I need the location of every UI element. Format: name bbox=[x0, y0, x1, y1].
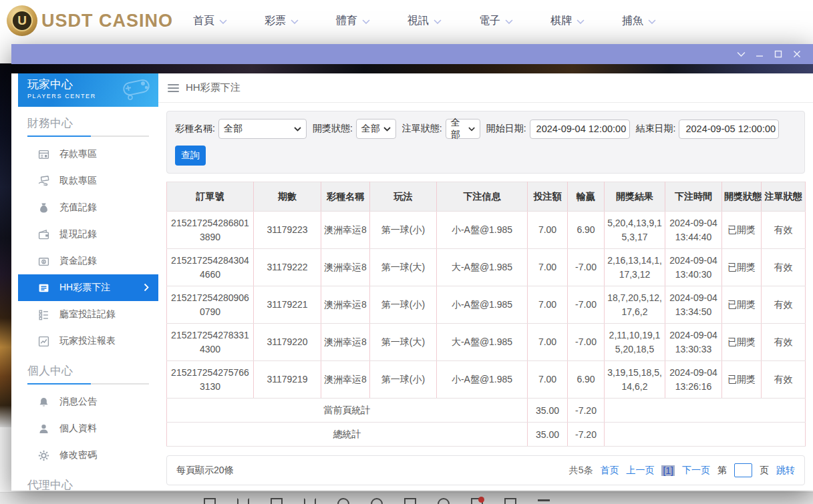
bookmark-taskbar-icon[interactable] bbox=[504, 498, 516, 504]
bets-table: 訂單號期數彩種名稱玩法下注信息投注額輸贏開獎結果下注時間開獎狀態注單狀態 215… bbox=[166, 182, 806, 447]
sidebar-item-存款專區[interactable]: 存款專區 bbox=[18, 141, 158, 168]
sidebar-item-充值記錄[interactable]: 充值記錄 bbox=[18, 194, 158, 221]
target-taskbar-icon[interactable] bbox=[371, 498, 383, 504]
clock-taskbar-icon[interactable] bbox=[337, 498, 349, 504]
nav-item-4[interactable]: 視訊 bbox=[408, 7, 442, 35]
sidebar-item-消息公告[interactable]: 消息公告 bbox=[18, 389, 158, 415]
chevron-down-icon bbox=[577, 15, 585, 27]
document-taskbar-icon[interactable] bbox=[271, 498, 283, 504]
lottery-name-select[interactable]: 全部 bbox=[218, 119, 307, 139]
notice-icon bbox=[38, 397, 49, 408]
brand-logo[interactable]: U USDT CASINO bbox=[7, 5, 173, 36]
sidebar-item-label: 修改密碼 bbox=[59, 449, 97, 461]
table-cell: 6.90 bbox=[568, 212, 605, 249]
table-cell: 2024-09-04 13:26:16 bbox=[665, 361, 722, 399]
table-cell: 31179219 bbox=[254, 361, 321, 399]
chevron-down-icon bbox=[219, 15, 227, 27]
chevron-down-icon bbox=[648, 15, 656, 27]
draw-status-select[interactable]: 全部 bbox=[356, 119, 396, 139]
nav-item-5[interactable]: 電子 bbox=[479, 7, 513, 35]
nav-item-1[interactable]: 首頁 bbox=[193, 7, 227, 35]
first-page-link[interactable]: 首页 bbox=[600, 465, 619, 477]
sidebar-item-資金記錄[interactable]: 資金記錄 bbox=[18, 248, 158, 274]
brand-wordmark: USDT CASINO bbox=[41, 11, 173, 31]
table-cell: 澳洲幸运8 bbox=[321, 361, 370, 399]
sidebar-item-提現記錄[interactable]: 提現記錄 bbox=[18, 221, 158, 248]
nav-item-6[interactable]: 棋牌 bbox=[550, 7, 585, 35]
red-dot-badge bbox=[478, 497, 484, 503]
filter-panel: 彩種名稱: 全部 開獎狀態: 全部 注單狀態: 全部 開始 bbox=[166, 111, 805, 174]
sidebar: 玩家中心 PLAYERS CENTER 財務中心存款專區取款專區充值記錄提現記錄… bbox=[18, 73, 158, 491]
table-cell: 有效 bbox=[762, 212, 806, 249]
table-cell: 第一球(小) bbox=[370, 286, 437, 324]
summary-bet-total: 35.00 bbox=[528, 423, 568, 447]
column-header: 下注時間 bbox=[665, 182, 722, 212]
maximize-window-button[interactable] bbox=[769, 46, 788, 62]
table-cell: 7.00 bbox=[528, 361, 568, 399]
sidebar-item-label: HH彩票下注 bbox=[59, 282, 110, 294]
window-titlebar bbox=[11, 44, 813, 64]
table-cell: 大-A盤@1.985 bbox=[437, 324, 528, 361]
table-cell: 31179222 bbox=[254, 249, 321, 286]
chevron-down-window-button[interactable] bbox=[731, 46, 750, 62]
start-date-input[interactable]: 2024-09-04 12:00:00 bbox=[530, 119, 630, 139]
column-header: 玩法 bbox=[370, 182, 437, 212]
nav-item-label: 捕魚 bbox=[622, 14, 643, 28]
record-red-dot-taskbar-icon[interactable] bbox=[471, 498, 483, 504]
page-number-input[interactable] bbox=[734, 463, 752, 477]
close-window-button[interactable] bbox=[788, 46, 806, 62]
table-cell: 2152172542868013890 bbox=[167, 212, 254, 249]
page-size-text: 每頁顯示20條 bbox=[176, 465, 234, 477]
table-cell: 有效 bbox=[762, 286, 806, 324]
prev-page-link[interactable]: 上一页 bbox=[626, 465, 654, 477]
table-cell: 2,11,10,19,15,20,18,5 bbox=[605, 324, 665, 361]
end-date-input[interactable]: 2024-09-05 12:00:00 bbox=[679, 119, 779, 139]
nav-item-7[interactable]: 捕魚 bbox=[622, 7, 656, 35]
chevron-down-icon bbox=[291, 15, 299, 27]
sidebar-item-玩家投注報表[interactable]: 玩家投注報表 bbox=[18, 328, 158, 354]
nav-item-3[interactable]: 體育 bbox=[336, 7, 370, 35]
table-cell: 已開獎 bbox=[722, 324, 762, 361]
current-page-badge: [1] bbox=[661, 465, 675, 476]
menu-toggle-icon[interactable] bbox=[168, 84, 179, 92]
nav-item-label: 體育 bbox=[336, 14, 357, 28]
summary-label: 當前頁統計 bbox=[167, 399, 528, 423]
sidebar-item-個人資料[interactable]: 個人資料 bbox=[18, 415, 158, 442]
nav-item-2[interactable]: 彩票 bbox=[265, 7, 299, 35]
sidebar-item-HH彩票下注[interactable]: HH彩票下注 bbox=[18, 274, 158, 301]
brackets-taskbar-icon[interactable] bbox=[237, 498, 249, 504]
minus-taskbar-icon[interactable] bbox=[538, 499, 550, 504]
brackets-taskbar-icon[interactable] bbox=[304, 498, 316, 504]
sidebar-item-廳室投註記錄[interactable]: 廳室投註記錄 bbox=[18, 301, 158, 328]
table-cell: -7.00 bbox=[568, 249, 605, 286]
sidebar-item-修改密碼[interactable]: 修改密碼 bbox=[18, 442, 158, 469]
search-button[interactable]: 查詢 bbox=[175, 146, 206, 166]
table-cell: 小-A盤@1.985 bbox=[437, 212, 528, 249]
next-page-link[interactable]: 下一页 bbox=[682, 465, 710, 477]
table-cell: 18,7,20,5,12,17,6,2 bbox=[605, 286, 665, 324]
sidebar-item-label: 資金記錄 bbox=[59, 255, 97, 267]
window-taskbar-icon[interactable] bbox=[404, 498, 416, 504]
sidebar-item-取款專區[interactable]: 取款專區 bbox=[18, 168, 158, 194]
table-cell: 2024-09-04 13:30:33 bbox=[665, 324, 722, 361]
column-header: 輸贏 bbox=[568, 182, 605, 212]
order-status-select[interactable]: 全部 bbox=[446, 119, 480, 139]
table-cell: 有效 bbox=[762, 249, 806, 286]
table-header-row: 訂單號期數彩種名稱玩法下注信息投注額輸贏開獎結果下注時間開獎狀態注單狀態 bbox=[167, 182, 806, 212]
sidebar-item-label: 廳室投註記錄 bbox=[59, 308, 116, 320]
table-cell: 已開獎 bbox=[722, 249, 762, 286]
main-content: HH彩票下注 彩種名稱: 全部 開獎狀態: 全部 注單狀態: bbox=[158, 73, 813, 491]
monitor-taskbar-icon[interactable] bbox=[204, 498, 216, 504]
summary-empty-cell bbox=[605, 423, 806, 447]
table-cell: 7.00 bbox=[528, 286, 568, 324]
table-cell: 2024-09-04 13:44:40 bbox=[665, 212, 722, 249]
minimize-window-button[interactable] bbox=[750, 46, 769, 62]
table-cell: 有效 bbox=[762, 324, 806, 361]
chevron-right-icon bbox=[144, 283, 149, 294]
lottery-name-label: 彩種名稱: bbox=[175, 123, 215, 135]
page-title: HH彩票下注 bbox=[186, 81, 240, 94]
jump-button[interactable]: 跳转 bbox=[776, 465, 795, 477]
start-date-label: 開始日期: bbox=[486, 123, 526, 135]
person-taskbar-icon[interactable] bbox=[438, 498, 450, 504]
sidebar-section-title: 代理中心 bbox=[18, 469, 158, 491]
